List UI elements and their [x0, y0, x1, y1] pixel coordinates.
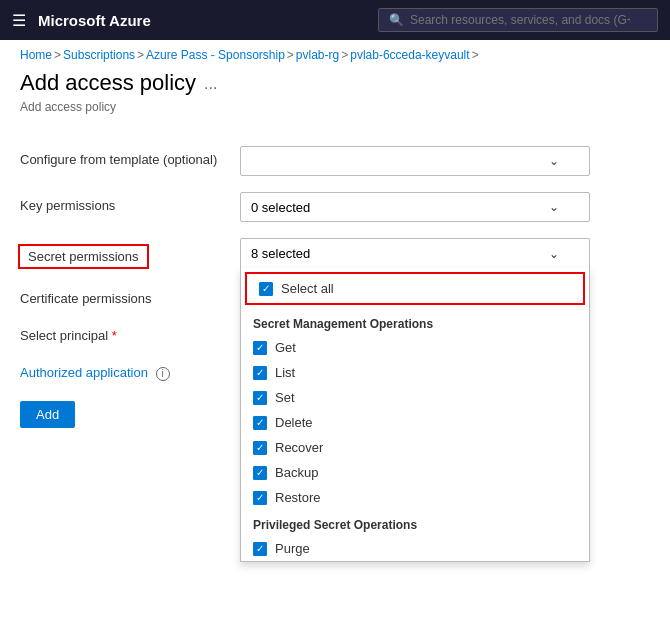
authorized-application-label: Authorized application i [20, 359, 240, 381]
select-all-label: Select all [281, 281, 334, 296]
add-button[interactable]: Add [20, 401, 75, 428]
purge-label: Purge [275, 541, 310, 556]
breadcrumb-keyvault[interactable]: pvlab-6cceda-keyvault [350, 48, 469, 62]
top-navigation: ☰ Microsoft Azure 🔍 [0, 0, 670, 40]
set-checkbox[interactable] [253, 391, 267, 405]
search-bar[interactable]: 🔍 [378, 8, 658, 32]
checkbox-delete[interactable]: Delete [241, 410, 589, 435]
key-permissions-label: Key permissions [20, 192, 240, 213]
secret-chevron-down-icon: ⌄ [549, 247, 559, 261]
secret-permissions-dropdown[interactable]: 8 selected ⌄ [240, 238, 590, 268]
breadcrumb-rg[interactable]: pvlab-rg [296, 48, 339, 62]
configure-label: Configure from template (optional) [20, 146, 240, 167]
recover-label: Recover [275, 440, 323, 455]
secret-dropdown-panel: Select all Secret Management Operations … [240, 268, 590, 562]
main-content: Add access policy ... Add access policy … [0, 70, 670, 456]
delete-label: Delete [275, 415, 313, 430]
checkbox-set[interactable]: Set [241, 385, 589, 410]
page-subtitle: Add access policy [20, 100, 650, 114]
checkbox-purge[interactable]: Purge [241, 536, 589, 561]
search-input[interactable] [410, 13, 630, 27]
configure-row: Configure from template (optional) ⌄ [20, 138, 650, 184]
recover-checkbox[interactable] [253, 441, 267, 455]
configure-dropdown[interactable]: ⌄ [240, 146, 590, 176]
breadcrumb-sep2: > [137, 48, 144, 62]
delete-checkbox[interactable] [253, 416, 267, 430]
checkbox-restore[interactable]: Restore [241, 485, 589, 510]
select-all-checkbox[interactable] [259, 282, 273, 296]
secret-management-section-header: Secret Management Operations [241, 309, 589, 335]
certificate-permissions-label: Certificate permissions [20, 285, 240, 306]
breadcrumb-sep4: > [341, 48, 348, 62]
list-checkbox[interactable] [253, 366, 267, 380]
required-asterisk: * [112, 328, 117, 343]
key-chevron-down-icon: ⌄ [549, 200, 559, 214]
info-icon[interactable]: i [156, 367, 170, 381]
breadcrumb-sep5: > [472, 48, 479, 62]
backup-label: Backup [275, 465, 318, 480]
breadcrumb-azure-pass[interactable]: Azure Pass - Sponsorship [146, 48, 285, 62]
hamburger-icon[interactable]: ☰ [12, 11, 26, 30]
restore-label: Restore [275, 490, 321, 505]
secret-permissions-value: 8 selected [251, 246, 310, 261]
app-title: Microsoft Azure [38, 12, 366, 29]
select-all-row[interactable]: Select all [245, 272, 585, 305]
configure-dropdown-container: ⌄ [240, 146, 590, 176]
configure-chevron-down-icon: ⌄ [549, 154, 559, 168]
more-options-icon[interactable]: ... [204, 75, 217, 93]
breadcrumb: Home > Subscriptions > Azure Pass - Spon… [0, 40, 670, 70]
secret-dropdown-container: 8 selected ⌄ Select all Secret Managemen… [240, 238, 590, 268]
select-principal-label: Select principal * [20, 322, 240, 343]
privileged-section-header: Privileged Secret Operations [241, 510, 589, 536]
key-permissions-value: 0 selected [251, 200, 310, 215]
set-label: Set [275, 390, 295, 405]
get-label: Get [275, 340, 296, 355]
backup-checkbox[interactable] [253, 466, 267, 480]
key-dropdown-container: 0 selected ⌄ [240, 192, 590, 222]
get-checkbox[interactable] [253, 341, 267, 355]
breadcrumb-sep1: > [54, 48, 61, 62]
secret-permissions-label: Secret permissions [18, 244, 149, 269]
page-title: Add access policy [20, 70, 196, 96]
breadcrumb-home[interactable]: Home [20, 48, 52, 62]
breadcrumb-subscriptions[interactable]: Subscriptions [63, 48, 135, 62]
restore-checkbox[interactable] [253, 491, 267, 505]
checkbox-list[interactable]: List [241, 360, 589, 385]
form-area: Configure from template (optional) ⌄ Key… [20, 138, 650, 436]
breadcrumb-sep3: > [287, 48, 294, 62]
secret-permissions-row: Secret permissions 8 selected ⌄ Select a… [20, 230, 650, 277]
checkbox-backup[interactable]: Backup [241, 460, 589, 485]
key-permissions-row: Key permissions 0 selected ⌄ [20, 184, 650, 230]
key-permissions-dropdown[interactable]: 0 selected ⌄ [240, 192, 590, 222]
secret-label-wrap: Secret permissions [20, 238, 240, 269]
checkbox-recover[interactable]: Recover [241, 435, 589, 460]
checkbox-get[interactable]: Get [241, 335, 589, 360]
purge-checkbox[interactable] [253, 542, 267, 556]
search-icon: 🔍 [389, 13, 404, 27]
list-label: List [275, 365, 295, 380]
